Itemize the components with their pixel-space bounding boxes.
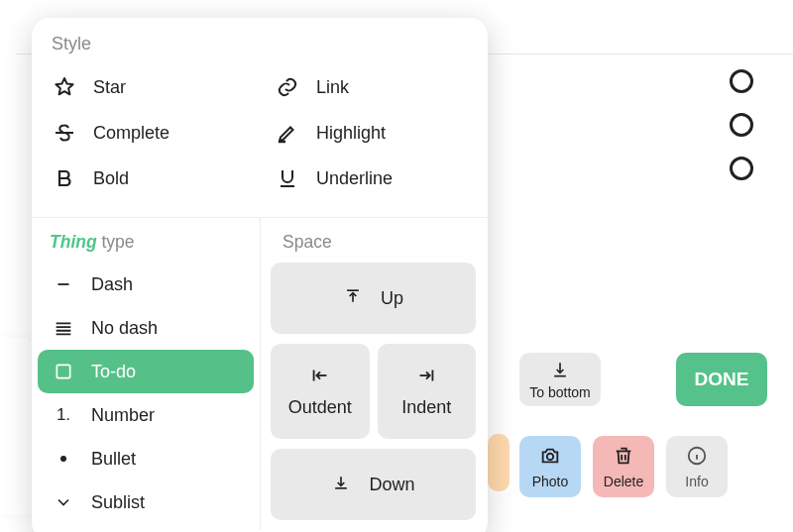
photo-button[interactable]: Photo xyxy=(519,436,581,497)
style-highlight-label: Highlight xyxy=(316,123,386,144)
thing-dash[interactable]: Dash xyxy=(38,263,254,306)
style-grid: Star Link Complete Highlight Bold Underl… xyxy=(32,64,488,217)
lower-sections: Thing type Dash No dash To-do 1. Number … xyxy=(32,217,488,530)
link-icon xyxy=(275,74,300,100)
circle-outline-icon[interactable] xyxy=(730,157,753,180)
style-underline[interactable]: Underline xyxy=(265,156,478,201)
to-bottom-button[interactable]: To bottom xyxy=(519,353,601,406)
photo-label: Photo xyxy=(532,474,569,489)
style-link-label: Link xyxy=(316,77,349,98)
space-up-button[interactable]: Up xyxy=(271,263,476,334)
camera-icon xyxy=(539,445,561,470)
trash-icon xyxy=(613,445,634,470)
thing-suffix: type xyxy=(97,232,135,252)
thing-sublist[interactable]: Sublist xyxy=(38,480,254,524)
space-section: Space Up Outdent Indent xyxy=(260,218,488,530)
space-outdent-label: Outdent xyxy=(288,397,352,418)
nodash-icon xyxy=(52,316,75,340)
thing-sublist-label: Sublist xyxy=(91,492,145,513)
done-button[interactable]: DONE xyxy=(676,353,767,406)
thing-number[interactable]: 1. Number xyxy=(38,393,254,437)
space-indent-label: Indent xyxy=(401,397,451,418)
done-label: DONE xyxy=(695,369,749,390)
action-row: Photo Delete Info xyxy=(519,436,728,497)
thing-todo[interactable]: To-do xyxy=(38,350,254,393)
thing-bullet-label: Bullet xyxy=(91,449,136,470)
style-section-header: Style xyxy=(32,18,488,64)
circle-outline-icon[interactable] xyxy=(730,113,753,137)
bottom-toolbar: To bottom DONE Photo Delete Info xyxy=(504,337,783,515)
delete-label: Delete xyxy=(604,474,643,489)
style-star-label: Star xyxy=(93,77,126,98)
thing-prefix: Thing xyxy=(50,232,97,252)
underline-icon xyxy=(275,165,300,191)
star-icon xyxy=(52,74,77,100)
to-bottom-label: To bottom xyxy=(529,384,590,400)
thing-type-header: Thing type xyxy=(38,232,254,263)
space-header: Space xyxy=(271,232,476,263)
svg-rect-0 xyxy=(57,365,69,377)
delete-button[interactable]: Delete xyxy=(593,436,654,497)
dash-icon xyxy=(52,272,75,296)
number-icon: 1. xyxy=(52,403,75,427)
space-indent-button[interactable]: Indent xyxy=(378,344,477,439)
style-complete[interactable]: Complete xyxy=(42,110,255,156)
bullet-icon xyxy=(52,447,75,471)
style-complete-label: Complete xyxy=(93,123,170,144)
bold-icon xyxy=(52,165,77,191)
style-bold-label: Bold xyxy=(93,168,129,189)
todo-icon xyxy=(52,360,75,383)
arrow-down-bar-icon xyxy=(550,360,570,382)
style-highlight[interactable]: Highlight xyxy=(265,110,478,156)
indent-icon xyxy=(415,365,437,391)
arrow-up-bar-icon xyxy=(343,286,363,311)
thing-todo-label: To-do xyxy=(91,362,136,382)
style-star[interactable]: Star xyxy=(42,64,255,110)
style-bold[interactable]: Bold xyxy=(42,156,255,201)
thing-number-label: Number xyxy=(91,405,155,426)
svg-point-1 xyxy=(547,453,553,459)
space-down-button[interactable]: Down xyxy=(271,449,476,520)
space-up-label: Up xyxy=(381,288,403,309)
thing-bullet[interactable]: Bullet xyxy=(38,437,254,480)
space-down-label: Down xyxy=(369,475,414,495)
style-link[interactable]: Link xyxy=(265,64,478,110)
space-outdent-button[interactable]: Outdent xyxy=(271,344,370,439)
strikethrough-icon xyxy=(52,120,77,146)
thing-type-section: Thing type Dash No dash To-do 1. Number … xyxy=(32,218,260,530)
circle-outline-icon[interactable] xyxy=(730,69,753,93)
info-icon xyxy=(686,445,708,470)
outdent-icon xyxy=(309,365,331,391)
info-button[interactable]: Info xyxy=(666,436,728,497)
chevron-down-icon xyxy=(52,490,75,514)
arrow-down-icon xyxy=(331,473,351,497)
thing-dash-label: Dash xyxy=(91,274,133,295)
thing-nodash[interactable]: No dash xyxy=(38,306,254,350)
style-underline-label: Underline xyxy=(316,168,393,189)
thing-nodash-label: No dash xyxy=(91,318,158,339)
info-label: Info xyxy=(685,474,708,489)
highlight-icon xyxy=(275,120,300,146)
format-panel: Style Star Link Complete Highlight Bold … xyxy=(32,18,488,532)
